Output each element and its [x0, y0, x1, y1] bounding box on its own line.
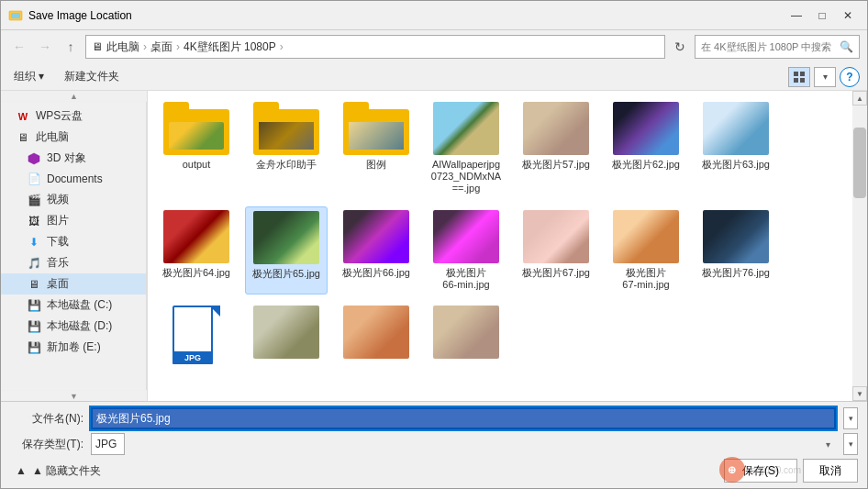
file-jiguang62-label: 极光图片62.jpg [612, 159, 680, 171]
maximize-button[interactable]: □ [810, 6, 834, 25]
breadcrumb-folder: 4K壁纸图片 1080P [184, 39, 276, 55]
breadcrumb-bar[interactable]: 🖥 此电脑 › 桌面 › 4K壁纸图片 1080P › [85, 35, 665, 59]
file-jiguang66min-label: 极光图片66-min.jpg [442, 267, 489, 291]
file-jiguang67min[interactable]: 极光图片67-min.jpg [605, 206, 687, 295]
file-jiguang76[interactable]: 极光图片76.jpg [695, 206, 777, 295]
sidebar-item-pictures[interactable]: 🖼 图片 [1, 210, 146, 231]
hide-folders-label: ▲ 隐藏文件夹 [32, 463, 101, 479]
search-box[interactable]: 🔍 [695, 35, 860, 59]
folder-output[interactable]: output [155, 98, 238, 199]
file-jiguang62[interactable]: 极光图片62.jpg [605, 98, 687, 199]
view-controls: ▾ ? [788, 67, 860, 87]
folder-jinshu[interactable]: 金舟水印助手 [245, 98, 328, 199]
sidebar-item-new-vol[interactable]: 💾 新加卷 (E:) [1, 337, 146, 358]
file-jiguang66min-thumb [433, 210, 499, 263]
file-jiguang76-label: 极光图片76.jpg [702, 267, 770, 279]
folder-jinshu-label: 金舟水印助手 [256, 159, 317, 171]
sidebar-scroll-up[interactable]: ▲ [1, 91, 147, 102]
file-aiwallpaper-thumb [433, 102, 499, 155]
file-jiguang76-thumb [703, 210, 769, 263]
filename-input[interactable] [91, 407, 836, 429]
computer-icon: 🖥 [92, 40, 103, 53]
file-jiguang67[interactable]: 极光图片67.jpg [515, 206, 597, 295]
sidebar-item-music[interactable]: 🎵 音乐 [1, 252, 146, 273]
file-jiguang66min[interactable]: 极光图片66-min.jpg [425, 206, 507, 295]
refresh-button[interactable]: ↻ [669, 36, 691, 58]
new-folder-button[interactable]: 新建文件夹 [57, 67, 127, 86]
file-extra3-thumb [433, 306, 499, 359]
file-scrollbar[interactable]: ▲ ▼ [852, 91, 867, 401]
minimize-button[interactable]: — [785, 6, 808, 25]
file-jiguang64-thumb [163, 210, 229, 263]
save-button[interactable]: 保存(S) [724, 459, 797, 483]
up-button[interactable]: ↑ [60, 36, 82, 58]
video-icon: 🎬 [27, 193, 41, 207]
action-buttons: 保存(S) 取消 [724, 459, 858, 483]
view-mode-button[interactable] [788, 67, 810, 87]
search-input[interactable] [701, 41, 840, 52]
file-extra3[interactable] [425, 302, 507, 372]
sidebar-item-downloads[interactable]: ⬇ 下载 [1, 231, 146, 252]
breadcrumb-pc: 此电脑 [106, 39, 139, 55]
file-jiguang57-label: 极光图片57.jpg [522, 159, 590, 171]
sidebar-label-downloads: 下载 [47, 234, 69, 250]
sidebar-item-local-d[interactable]: 💾 本地磁盘 (D:) [1, 316, 146, 337]
sidebar: W WPS云盘 🖥 此电脑 3D 对象 📄 [1, 102, 147, 390]
sidebar-item-desktop[interactable]: 🖥 桌面 [1, 273, 146, 295]
scrollbar-down-button[interactable]: ▼ [852, 386, 867, 401]
scrollbar-up-button[interactable]: ▲ [852, 91, 867, 106]
search-icon: 🔍 [840, 40, 853, 53]
documents-icon: 📄 [27, 172, 41, 186]
sidebar-item-video[interactable]: 🎬 视频 [1, 189, 146, 210]
sidebar-label-new-vol: 新加卷 (E:) [47, 339, 101, 355]
filename-dropdown-button[interactable]: ▾ [843, 407, 858, 429]
folder-tuli[interactable]: 图例 [335, 98, 417, 199]
scrollbar-thumb[interactable] [853, 128, 866, 198]
file-jiguang63[interactable]: 极光图片63.jpg [695, 98, 777, 199]
filetype-dropdown-button[interactable]: ▾ [843, 433, 858, 455]
file-jiguang63-label: 极光图片63.jpg [702, 159, 770, 171]
svg-rect-4 [794, 78, 798, 83]
file-extra1-thumb [253, 306, 319, 359]
folder-jinshu-icon [253, 102, 319, 155]
file-jiguang67-label: 极光图片67.jpg [522, 267, 590, 279]
sidebar-item-documents[interactable]: 📄 Documents [1, 169, 146, 189]
breadcrumb-desktop: 桌面 [150, 39, 172, 55]
scrollbar-track[interactable] [852, 106, 867, 386]
file-jiguang66[interactable]: 极光图片66.jpg [335, 206, 417, 295]
filetype-select-wrapper: JPG PNG BMP GIF [91, 433, 836, 455]
back-button[interactable]: ← [8, 36, 30, 58]
sidebar-label-pictures: 图片 [47, 213, 69, 228]
filetype-select[interactable]: JPG PNG BMP GIF [91, 433, 125, 455]
file-jiguang57[interactable]: 极光图片57.jpg [515, 98, 597, 199]
sidebar-item-wps[interactable]: W WPS云盘 [1, 106, 146, 127]
sidebar-item-this-pc[interactable]: 🖥 此电脑 [1, 127, 146, 148]
title-text: Save Image Location [28, 9, 785, 22]
sidebar-item-local-c[interactable]: 💾 本地磁盘 (C:) [1, 295, 146, 316]
sidebar-label-wps: WPS云盘 [36, 108, 83, 124]
file-extra2[interactable] [335, 302, 417, 372]
file-jpg-icon[interactable]: JPG [155, 302, 238, 372]
view-dropdown-button[interactable]: ▾ [814, 67, 836, 87]
close-button[interactable]: ✕ [836, 6, 860, 25]
dialog-icon [8, 8, 23, 23]
drive-e-icon: 💾 [27, 340, 41, 355]
filetype-label: 保存类型(T): [10, 437, 83, 452]
hide-folders-button[interactable]: ▲ ▲ 隐藏文件夹 [10, 461, 106, 481]
file-jiguang66-thumb [343, 210, 409, 263]
forward-button[interactable]: → [34, 36, 56, 58]
file-jiguang65[interactable]: 极光图片65.jpg [245, 206, 328, 295]
help-button[interactable]: ? [840, 67, 860, 87]
drive-c-icon: 💾 [27, 298, 41, 313]
file-jiguang67min-label: 极光图片67-min.jpg [622, 267, 669, 291]
sidebar-item-3d[interactable]: 3D 对象 [1, 148, 146, 169]
title-bar: Save Image Location — □ ✕ [1, 1, 867, 30]
sidebar-scroll-down[interactable]: ▼ [1, 390, 147, 401]
file-extra1[interactable] [245, 302, 328, 372]
file-jiguang64[interactable]: 极光图片64.jpg [155, 206, 238, 295]
organize-button[interactable]: 组织 ▾ [8, 67, 50, 86]
filename-label: 文件名(N): [10, 411, 83, 427]
cancel-button[interactable]: 取消 [803, 459, 858, 483]
file-aiwallpaper[interactable]: AIWallpaperjpg0723_NDMxNA==.jpg [425, 98, 507, 199]
svg-marker-6 [28, 153, 39, 164]
